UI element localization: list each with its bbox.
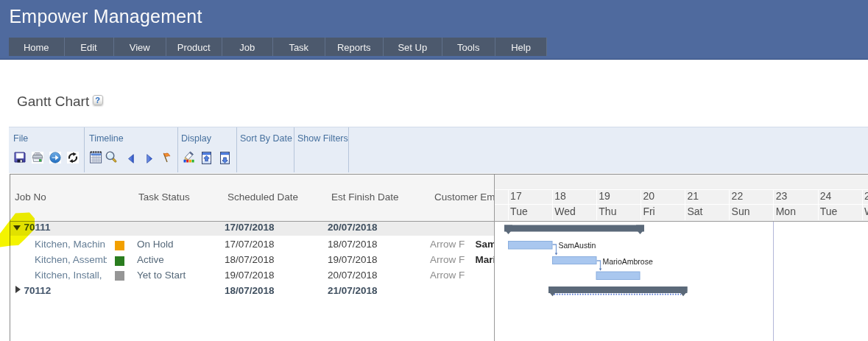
svg-text:MarioAmbrose: MarioAmbrose	[603, 257, 653, 266]
svg-text:SamAustin: SamAustin	[559, 241, 596, 250]
